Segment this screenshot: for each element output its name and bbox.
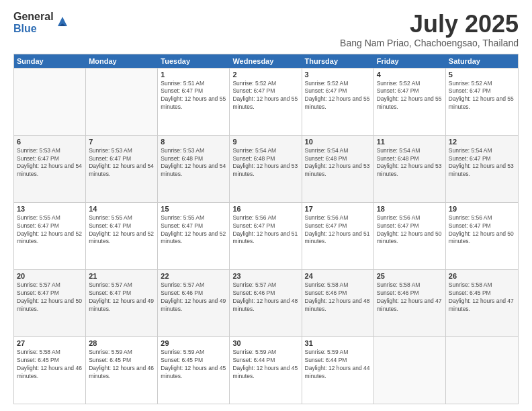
day-cell-9: 9Sunrise: 5:54 AM Sunset: 6:48 PM Daylig…: [230, 136, 302, 202]
day-number: 9: [232, 138, 298, 146]
day-cell-27: 27Sunrise: 5:58 AM Sunset: 6:45 PM Dayli…: [14, 337, 86, 404]
day-number: 16: [232, 205, 298, 213]
day-cell-24: 24Sunrise: 5:58 AM Sunset: 6:46 PM Dayli…: [302, 270, 374, 336]
day-cell-19: 19Sunrise: 5:56 AM Sunset: 6:47 PM Dayli…: [446, 203, 518, 269]
day-cell-16: 16Sunrise: 5:56 AM Sunset: 6:47 PM Dayli…: [230, 203, 302, 269]
day-number: 17: [305, 205, 371, 213]
day-cell-20: 20Sunrise: 5:57 AM Sunset: 6:47 PM Dayli…: [14, 270, 86, 336]
weekday-header-friday: Friday: [374, 54, 446, 68]
logo-icon: [55, 14, 70, 29]
day-info: Sunrise: 5:56 AM Sunset: 6:47 PM Dayligh…: [449, 214, 515, 246]
empty-cell: [14, 68, 86, 135]
day-cell-13: 13Sunrise: 5:55 AM Sunset: 6:47 PM Dayli…: [14, 203, 86, 269]
day-number: 26: [449, 272, 515, 280]
day-cell-1: 1Sunrise: 5:51 AM Sunset: 6:47 PM Daylig…: [158, 68, 230, 135]
day-info: Sunrise: 5:59 AM Sunset: 6:45 PM Dayligh…: [161, 349, 226, 381]
logo-general: General: [13, 11, 54, 23]
day-cell-8: 8Sunrise: 5:53 AM Sunset: 6:48 PM Daylig…: [158, 136, 230, 202]
day-cell-3: 3Sunrise: 5:52 AM Sunset: 6:47 PM Daylig…: [302, 68, 374, 135]
location-subtitle: Bang Nam Priao, Chachoengsao, Thailand: [340, 38, 519, 48]
day-info: Sunrise: 5:59 AM Sunset: 6:45 PM Dayligh…: [89, 349, 154, 381]
day-number: 13: [17, 205, 83, 213]
day-number: 7: [89, 138, 154, 146]
empty-cell: [86, 68, 158, 135]
day-number: 1: [161, 71, 226, 79]
day-info: Sunrise: 5:52 AM Sunset: 6:47 PM Dayligh…: [232, 80, 298, 112]
calendar-row-1: 6Sunrise: 5:53 AM Sunset: 6:47 PM Daylig…: [14, 135, 518, 202]
day-number: 30: [232, 339, 298, 347]
weekday-header-tuesday: Tuesday: [158, 54, 230, 68]
day-info: Sunrise: 5:53 AM Sunset: 6:47 PM Dayligh…: [17, 147, 83, 179]
day-number: 20: [17, 272, 83, 280]
day-cell-23: 23Sunrise: 5:57 AM Sunset: 6:46 PM Dayli…: [230, 270, 302, 336]
day-number: 11: [377, 138, 443, 146]
logo: General Blue: [13, 11, 70, 34]
empty-cell: [446, 337, 518, 404]
day-cell-21: 21Sunrise: 5:57 AM Sunset: 6:47 PM Dayli…: [86, 270, 158, 336]
day-number: 24: [305, 272, 371, 280]
calendar-row-0: 1Sunrise: 5:51 AM Sunset: 6:47 PM Daylig…: [14, 68, 518, 135]
day-cell-15: 15Sunrise: 5:55 AM Sunset: 6:47 PM Dayli…: [158, 203, 230, 269]
weekday-header-monday: Monday: [86, 54, 158, 68]
day-info: Sunrise: 5:59 AM Sunset: 6:44 PM Dayligh…: [305, 349, 371, 381]
day-cell-14: 14Sunrise: 5:55 AM Sunset: 6:47 PM Dayli…: [86, 203, 158, 269]
day-cell-28: 28Sunrise: 5:59 AM Sunset: 6:45 PM Dayli…: [86, 337, 158, 404]
day-info: Sunrise: 5:54 AM Sunset: 6:48 PM Dayligh…: [232, 147, 298, 179]
day-info: Sunrise: 5:52 AM Sunset: 6:47 PM Dayligh…: [305, 80, 371, 112]
day-number: 23: [232, 272, 298, 280]
day-number: 2: [232, 71, 298, 79]
day-cell-4: 4Sunrise: 5:52 AM Sunset: 6:47 PM Daylig…: [374, 68, 446, 135]
day-info: Sunrise: 5:58 AM Sunset: 6:45 PM Dayligh…: [449, 281, 515, 314]
logo-blue: Blue: [13, 23, 54, 35]
calendar-row-2: 13Sunrise: 5:55 AM Sunset: 6:47 PM Dayli…: [14, 202, 518, 269]
day-number: 22: [161, 272, 226, 280]
day-info: Sunrise: 5:58 AM Sunset: 6:45 PM Dayligh…: [17, 349, 83, 381]
day-info: Sunrise: 5:56 AM Sunset: 6:47 PM Dayligh…: [305, 214, 371, 246]
day-cell-11: 11Sunrise: 5:54 AM Sunset: 6:48 PM Dayli…: [374, 136, 446, 202]
day-cell-30: 30Sunrise: 5:59 AM Sunset: 6:44 PM Dayli…: [230, 337, 302, 404]
day-cell-25: 25Sunrise: 5:58 AM Sunset: 6:46 PM Dayli…: [374, 270, 446, 336]
day-info: Sunrise: 5:57 AM Sunset: 6:46 PM Dayligh…: [232, 281, 298, 314]
day-number: 4: [377, 71, 443, 79]
day-info: Sunrise: 5:57 AM Sunset: 6:47 PM Dayligh…: [89, 281, 154, 314]
day-info: Sunrise: 5:53 AM Sunset: 6:47 PM Dayligh…: [89, 147, 154, 179]
day-number: 29: [161, 339, 226, 347]
day-number: 31: [305, 339, 371, 347]
day-cell-10: 10Sunrise: 5:54 AM Sunset: 6:48 PM Dayli…: [302, 136, 374, 202]
day-cell-29: 29Sunrise: 5:59 AM Sunset: 6:45 PM Dayli…: [158, 337, 230, 404]
day-cell-2: 2Sunrise: 5:52 AM Sunset: 6:47 PM Daylig…: [230, 68, 302, 135]
day-info: Sunrise: 5:56 AM Sunset: 6:47 PM Dayligh…: [232, 214, 298, 246]
day-info: Sunrise: 5:54 AM Sunset: 6:48 PM Dayligh…: [305, 147, 371, 179]
day-number: 10: [305, 138, 371, 146]
day-info: Sunrise: 5:57 AM Sunset: 6:46 PM Dayligh…: [161, 281, 226, 314]
title-block: July 2025 Bang Nam Priao, Chachoengsao, …: [340, 11, 519, 48]
day-cell-26: 26Sunrise: 5:58 AM Sunset: 6:45 PM Dayli…: [446, 270, 518, 336]
empty-cell: [374, 337, 446, 404]
day-cell-18: 18Sunrise: 5:56 AM Sunset: 6:47 PM Dayli…: [374, 203, 446, 269]
day-number: 3: [305, 71, 371, 79]
calendar-body: 1Sunrise: 5:51 AM Sunset: 6:47 PM Daylig…: [14, 68, 518, 404]
day-info: Sunrise: 5:55 AM Sunset: 6:47 PM Dayligh…: [89, 214, 154, 246]
weekday-header-wednesday: Wednesday: [230, 54, 302, 68]
day-number: 21: [89, 272, 154, 280]
day-cell-5: 5Sunrise: 5:52 AM Sunset: 6:47 PM Daylig…: [446, 68, 518, 135]
day-number: 25: [377, 272, 443, 280]
month-title: July 2025: [340, 11, 519, 38]
day-info: Sunrise: 5:56 AM Sunset: 6:47 PM Dayligh…: [377, 214, 443, 246]
day-number: 8: [161, 138, 226, 146]
weekday-header-thursday: Thursday: [302, 54, 374, 68]
day-number: 14: [89, 205, 154, 213]
day-number: 12: [449, 138, 515, 146]
calendar: SundayMondayTuesdayWednesdayThursdayFrid…: [13, 54, 519, 404]
day-cell-12: 12Sunrise: 5:54 AM Sunset: 6:47 PM Dayli…: [446, 136, 518, 202]
day-info: Sunrise: 5:54 AM Sunset: 6:47 PM Dayligh…: [449, 147, 515, 179]
calendar-header: SundayMondayTuesdayWednesdayThursdayFrid…: [14, 54, 518, 68]
day-number: 27: [17, 339, 83, 347]
day-cell-17: 17Sunrise: 5:56 AM Sunset: 6:47 PM Dayli…: [302, 203, 374, 269]
weekday-header-saturday: Saturday: [446, 54, 518, 68]
day-info: Sunrise: 5:58 AM Sunset: 6:46 PM Dayligh…: [305, 281, 371, 314]
day-number: 19: [449, 205, 515, 213]
day-info: Sunrise: 5:54 AM Sunset: 6:48 PM Dayligh…: [377, 147, 443, 179]
day-number: 18: [377, 205, 443, 213]
calendar-row-4: 27Sunrise: 5:58 AM Sunset: 6:45 PM Dayli…: [14, 336, 518, 404]
